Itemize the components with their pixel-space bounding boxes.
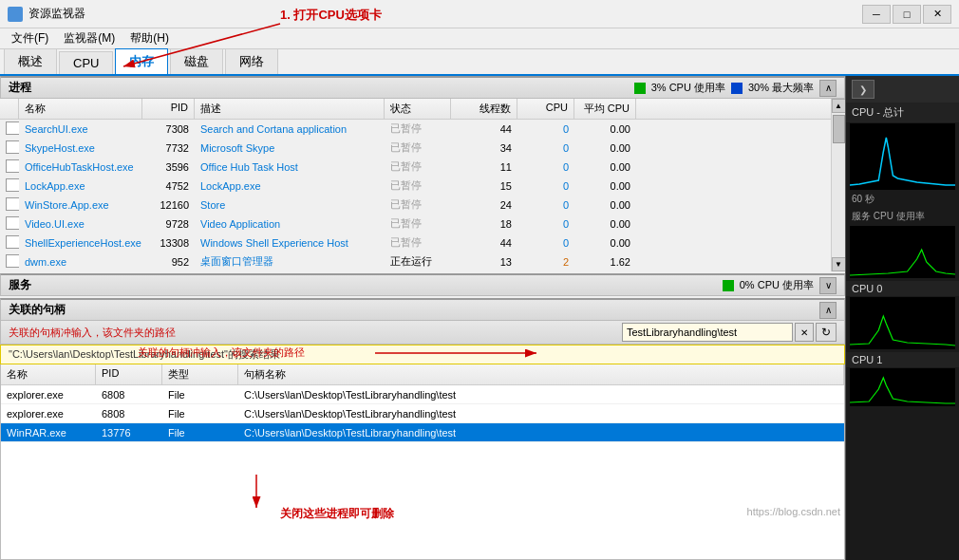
row-desc: LockApp.exe [195, 179, 385, 193]
menu-file[interactable]: 文件(F) [4, 28, 56, 48]
row-cpu: 0 [517, 160, 574, 174]
title-bar: 资源监视器 ─ □ ✕ [0, 0, 959, 28]
h-th-pid[interactable]: PID [96, 364, 162, 384]
row-name: OfficeHubTaskHost.exe [19, 160, 142, 174]
row-desc: Store [195, 198, 385, 212]
table-row[interactable]: WinRAR.exe 13776 File C:\Users\lan\Deskt… [1, 423, 844, 442]
handles-refresh-button[interactable]: ↻ [816, 323, 837, 342]
scroll-down-btn[interactable]: ▼ [832, 257, 846, 271]
th-cpu[interactable]: CPU [517, 99, 574, 119]
menu-monitor[interactable]: 监视器(M) [56, 28, 122, 48]
th-pid[interactable]: PID [142, 99, 195, 119]
row-cpu: 2 [517, 255, 574, 269]
tab-overview[interactable]: 概述 [4, 48, 57, 74]
sidebar-nav-btn[interactable]: ❯ [852, 80, 874, 99]
process-section-header[interactable]: 进程 3% CPU 使用率 30% 最大频率 ∧ [0, 76, 845, 99]
table-row[interactable]: explorer.exe 6808 File C:\Users\lan\Desk… [1, 385, 844, 404]
time-label: 60 秒 [846, 191, 959, 208]
service-cpu-label: 服务 CPU 使用率 [846, 208, 959, 225]
handles-search-bar: 关联的句柄冲输入，该文件夹的路径 ✕ ↻ [0, 321, 845, 345]
h-th-name[interactable]: 名称 [1, 364, 96, 384]
checkbox[interactable] [6, 197, 19, 211]
row-threads: 44 [451, 236, 517, 250]
row-check[interactable] [0, 121, 19, 138]
row-check[interactable] [0, 215, 19, 233]
th-status[interactable]: 状态 [385, 99, 451, 119]
h-row-name: explorer.exe [1, 407, 96, 420]
handles-section-header[interactable]: 关联的句柄 ∧ [0, 298, 845, 321]
handles-collapse-btn[interactable]: ∧ [819, 302, 837, 319]
process-table: 名称 PID 描述 状态 线程数 CPU 平均 CPU SearchUI.exe… [0, 99, 831, 271]
handles-table-header: 名称 PID 类型 句柄名称 [1, 364, 844, 385]
row-check[interactable] [0, 253, 19, 271]
handles-table: 名称 PID 类型 句柄名称 explorer.exe 6808 File C:… [0, 364, 845, 560]
tab-memory[interactable]: 内存 [115, 48, 168, 74]
handles-hint: 关联的句柄冲输入，该文件夹的路径 [9, 326, 176, 340]
table-row[interactable]: OfficeHubTaskHost.exe 3596 Office Hub Ta… [0, 158, 831, 177]
th-avgcpu[interactable]: 平均 CPU [574, 99, 636, 119]
row-cpu: 0 [517, 122, 574, 136]
table-row[interactable]: Video.UI.exe 9728 Video Application 已暂停 … [0, 215, 831, 233]
row-cpu: 0 [517, 141, 574, 155]
row-check[interactable] [0, 177, 19, 195]
checkbox[interactable] [6, 254, 19, 268]
row-threads: 44 [451, 122, 517, 136]
checkbox[interactable] [6, 140, 19, 154]
th-desc[interactable]: 描述 [195, 99, 385, 119]
process-table-header: 名称 PID 描述 状态 线程数 CPU 平均 CPU [0, 99, 831, 120]
h-th-handle[interactable]: 句柄名称 [238, 364, 844, 384]
svg-rect-2 [723, 280, 734, 291]
row-threads: 15 [451, 179, 517, 193]
h-th-type[interactable]: 类型 [162, 364, 238, 384]
row-avgcpu: 0.00 [574, 160, 636, 174]
menu-help[interactable]: 帮助(H) [122, 28, 177, 48]
freq-text: 30% 最大频率 [748, 81, 814, 95]
table-row[interactable]: dwm.exe 952 桌面窗口管理器 正在运行 13 2 1.62 [0, 252, 831, 271]
table-row[interactable]: explorer.exe 6808 File C:\Users\lan\Desk… [1, 404, 844, 423]
checkbox[interactable] [6, 235, 19, 249]
process-title: 进程 [9, 80, 31, 96]
cpu-status-dot [634, 83, 646, 94]
row-desc: Video Application [195, 217, 385, 231]
row-cpu: 0 [517, 236, 574, 250]
svc-cpu-dot [723, 280, 734, 291]
scroll-up-btn[interactable]: ▲ [832, 99, 846, 113]
row-check[interactable] [0, 196, 19, 214]
left-panel: 进程 3% CPU 使用率 30% 最大频率 ∧ 名称 PID 描述 [0, 76, 845, 560]
th-name[interactable]: 名称 [19, 99, 142, 119]
handles-clear-button[interactable]: ✕ [795, 323, 814, 342]
process-scrollbar[interactable]: ▲ ▼ [831, 99, 845, 271]
scroll-thumb[interactable] [833, 115, 845, 143]
minimize-button[interactable]: ─ [862, 5, 891, 24]
th-threads[interactable]: 线程数 [451, 99, 517, 119]
table-row[interactable]: ShellExperienceHost.exe 13308 Windows Sh… [0, 233, 831, 252]
handles-search-input[interactable] [622, 323, 793, 342]
checkbox[interactable] [6, 216, 19, 230]
table-row[interactable]: SkypeHost.exe 7732 Microsoft Skype 已暂停 3… [0, 139, 831, 158]
title-text: 资源监视器 [28, 6, 85, 22]
tab-disk[interactable]: 磁盘 [170, 48, 223, 74]
table-row[interactable]: WinStore.App.exe 12160 Store 已暂停 24 0 0.… [0, 196, 831, 215]
row-avgcpu: 0.00 [574, 217, 636, 231]
search-results-bar: "C:\Users\lan\Desktop\TestLibraryhandlin… [0, 345, 845, 364]
row-check[interactable] [0, 159, 19, 176]
svc-cpu-text: 0% CPU 使用率 [740, 278, 814, 292]
checkbox[interactable] [6, 159, 19, 173]
h-row-name: explorer.exe [1, 388, 96, 401]
maximize-button[interactable]: □ [893, 5, 921, 24]
close-button[interactable]: ✕ [923, 5, 951, 24]
checkbox[interactable] [6, 121, 19, 135]
checkbox[interactable] [6, 178, 19, 192]
tab-network[interactable]: 网络 [225, 48, 278, 74]
handles-section: 关联的句柄 ∧ 关联的句柄冲输入，该文件夹的路径 ✕ ↻ "C [0, 298, 845, 560]
row-check[interactable] [0, 140, 19, 157]
services-section-header[interactable]: 服务 0% CPU 使用率 ∨ [0, 273, 845, 296]
h-row-handle: C:\Users\lan\Desktop\TestLibraryhandling… [238, 388, 844, 401]
table-row[interactable]: SearchUI.exe 7308 Search and Cortana app… [0, 120, 831, 139]
row-check[interactable] [0, 234, 19, 252]
process-collapse-btn[interactable]: ∧ [819, 80, 837, 97]
services-collapse-btn[interactable]: ∨ [819, 277, 837, 294]
tab-cpu[interactable]: CPU [59, 51, 113, 74]
table-row[interactable]: LockApp.exe 4752 LockApp.exe 已暂停 15 0 0.… [0, 177, 831, 196]
row-avgcpu: 0.00 [574, 141, 636, 155]
